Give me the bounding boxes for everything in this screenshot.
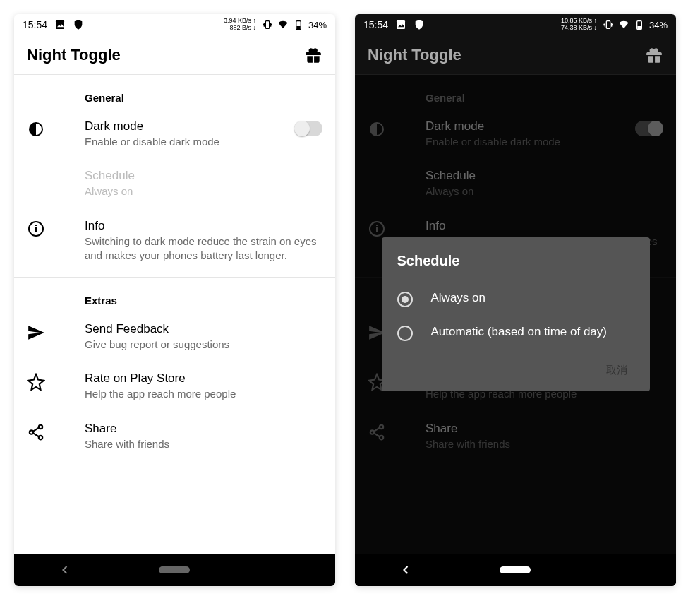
- gift-icon[interactable]: [645, 46, 663, 64]
- status-time: 15:54: [363, 19, 388, 30]
- rate-title: Rate on Play Store: [85, 371, 322, 386]
- row-info: Info Switching to dark mode reduce the s…: [14, 209, 335, 273]
- image-icon: [54, 19, 66, 30]
- phone-dark: 15:54 10.85 KB/s ↑ 74.38 KB/s ↓ 34% Nigh…: [355, 14, 676, 586]
- nav-bar: [355, 554, 676, 586]
- section-header-extras: Extras: [14, 278, 335, 312]
- row-share[interactable]: Share Share with friends: [14, 412, 335, 461]
- battery-percent: 34%: [649, 20, 668, 30]
- share-icon: [27, 423, 45, 441]
- shield-icon: [73, 19, 84, 30]
- vibrate-icon: [603, 19, 614, 30]
- svg-rect-2: [265, 21, 269, 29]
- send-icon: [27, 323, 45, 342]
- section-header-general: General: [14, 75, 335, 109]
- svg-rect-14: [606, 21, 610, 29]
- back-icon[interactable]: [58, 563, 72, 577]
- home-pill[interactable]: [500, 566, 531, 573]
- svg-rect-16: [639, 20, 641, 20]
- dark-mode-switch[interactable]: [294, 121, 322, 136]
- image-icon: [395, 19, 406, 30]
- wifi-icon: [277, 19, 289, 30]
- nav-bar: [14, 554, 335, 586]
- svg-rect-0: [56, 20, 64, 29]
- vibrate-icon: [262, 19, 273, 30]
- cancel-button[interactable]: 取消: [599, 358, 634, 383]
- info-title: Info: [85, 219, 322, 233]
- schedule-sub: Always on: [85, 184, 322, 198]
- feedback-sub: Give bug report or suggestions: [85, 338, 322, 352]
- feedback-title: Send Feedback: [85, 322, 322, 336]
- dialog-title: Schedule: [397, 253, 634, 269]
- svg-rect-7: [35, 227, 37, 232]
- radio-selected-icon: [397, 292, 413, 307]
- battery-icon: [634, 19, 645, 30]
- wifi-icon: [618, 19, 629, 30]
- contrast-icon: [28, 121, 44, 138]
- app-bar: Night Toggle: [14, 35, 335, 75]
- svg-rect-8: [35, 225, 37, 226]
- page-title: Night Toggle: [27, 46, 121, 64]
- share-sub: Share with friends: [85, 437, 322, 451]
- rate-sub: Help the app reach more people: [85, 387, 322, 401]
- star-icon: [27, 373, 45, 391]
- option-label: Automatic (based on time of day): [431, 324, 607, 340]
- info-icon: [28, 220, 44, 237]
- phone-light: 15:54 3.94 KB/s ↑ 882 B/s ↓ 34% Night To…: [14, 14, 335, 586]
- option-label: Always on: [431, 290, 485, 307]
- svg-rect-12: [397, 20, 405, 29]
- net-speed: 10.85 KB/s ↑ 74.38 KB/s ↓: [561, 18, 597, 32]
- schedule-dialog: Schedule Always on Automatic (based on t…: [382, 237, 650, 391]
- shield-icon: [414, 19, 425, 30]
- dark-mode-sub: Enable or disable dark mode: [85, 135, 276, 149]
- home-pill[interactable]: [159, 566, 190, 573]
- gift-icon[interactable]: [304, 46, 322, 64]
- radio-icon: [397, 326, 413, 341]
- dark-mode-title: Dark mode: [85, 119, 276, 133]
- dialog-option-always-on[interactable]: Always on: [397, 282, 634, 316]
- row-feedback[interactable]: Send Feedback Give bug report or suggest…: [14, 312, 335, 362]
- share-title: Share: [85, 422, 322, 436]
- svg-rect-4: [298, 20, 300, 20]
- dialog-option-automatic[interactable]: Automatic (based on time of day): [397, 316, 634, 350]
- app-bar: Night Toggle: [355, 35, 676, 75]
- battery-icon: [293, 19, 304, 30]
- page-title: Night Toggle: [368, 46, 461, 64]
- status-bar: 15:54 3.94 KB/s ↑ 882 B/s ↓ 34%: [14, 14, 335, 35]
- row-rate[interactable]: Rate on Play Store Help the app reach mo…: [14, 362, 335, 411]
- battery-percent: 34%: [308, 20, 327, 30]
- svg-rect-17: [637, 26, 641, 29]
- info-sub: Switching to dark mode reduce the strain…: [85, 234, 322, 263]
- schedule-title: Schedule: [85, 169, 322, 183]
- net-speed: 3.94 KB/s ↑ 882 B/s ↓: [224, 18, 256, 32]
- dialog-scrim[interactable]: Schedule Always on Automatic (based on t…: [355, 75, 676, 554]
- row-dark-mode[interactable]: Dark mode Enable or disable dark mode: [14, 109, 335, 159]
- back-icon[interactable]: [399, 563, 413, 577]
- row-schedule: Schedule Always on: [14, 159, 335, 208]
- status-time: 15:54: [23, 19, 47, 30]
- svg-rect-5: [296, 26, 300, 29]
- status-bar: 15:54 10.85 KB/s ↑ 74.38 KB/s ↓ 34%: [355, 14, 676, 35]
- content: General Dark mode Enable or disable dark…: [14, 75, 335, 554]
